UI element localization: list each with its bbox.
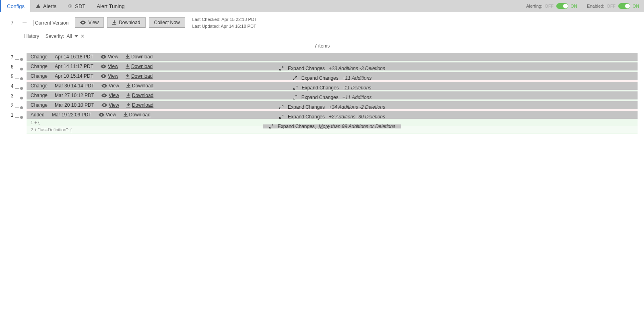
- severity-value[interactable]: All: [66, 33, 72, 39]
- eye-icon: [101, 93, 107, 97]
- version-node: [16, 111, 27, 120]
- tab-sdt[interactable]: SDT: [62, 0, 91, 12]
- eye-icon: [101, 103, 107, 107]
- tab-alerts[interactable]: Alerts: [30, 0, 62, 12]
- entry-kind: Change: [31, 64, 47, 69]
- toggle-off-label: OFF: [607, 4, 616, 8]
- version-node: [16, 101, 27, 111]
- entry-kind: Change: [31, 93, 47, 98]
- expand-stats: -11 Deletions: [343, 85, 372, 91]
- expand-label: Expand Changes: [302, 85, 339, 91]
- expand-icon: [293, 76, 297, 81]
- expand-label: Expand Changes: [288, 66, 325, 71]
- download-button[interactable]: Download: [107, 17, 145, 28]
- tab-label: Configs: [7, 3, 25, 9]
- entry-download-link[interactable]: Download: [124, 112, 151, 118]
- entry-timestamp: Mar 20 10:10 PDT: [55, 102, 94, 108]
- expand-icon: [293, 85, 298, 90]
- entry-view-link[interactable]: View: [99, 112, 116, 118]
- download-icon: [126, 74, 130, 79]
- chevron-down-icon[interactable]: [74, 35, 78, 37]
- eye-icon: [101, 74, 106, 78]
- entry-kind: Change: [31, 73, 47, 79]
- view-button[interactable]: View: [75, 17, 104, 28]
- entry-timestamp: Mar 27 10:12 PDT: [55, 93, 94, 98]
- expand-changes-button[interactable]: Expand ChangesMore than 99 Additions or …: [263, 124, 401, 128]
- expand-icon: [279, 105, 284, 110]
- eye-icon: [99, 113, 104, 117]
- version-number: 3: [8, 91, 16, 101]
- entry-view-link[interactable]: View: [101, 83, 119, 89]
- entry-view-link[interactable]: View: [101, 73, 118, 79]
- version-number: 6: [8, 62, 16, 72]
- entry-kind: Change: [31, 83, 47, 89]
- entry-view-link[interactable]: View: [101, 102, 119, 108]
- sdt-icon: [68, 4, 72, 8]
- version-node: [16, 62, 27, 72]
- alerting-toggle[interactable]: [556, 3, 568, 9]
- entry-header: ChangeApr 14 16:18 PDTViewDownload: [27, 53, 638, 61]
- entry-view-link[interactable]: View: [101, 64, 118, 69]
- version-number: 4: [8, 82, 16, 91]
- version-node: [16, 91, 27, 101]
- clear-filter-icon[interactable]: ✕: [80, 33, 85, 39]
- expand-icon: [269, 124, 274, 129]
- download-icon: [126, 103, 130, 108]
- entry-timestamp: Mar 19 22:09 PDT: [52, 112, 91, 118]
- toggle-on-label: ON: [633, 4, 640, 8]
- enabled-label: Enabled:: [587, 4, 604, 8]
- entry-download-link[interactable]: Download: [126, 54, 153, 60]
- history-list: 7ChangeApr 14 16:18 PDTViewDownload44 + …: [0, 53, 644, 120]
- button-label: View: [88, 20, 99, 25]
- enabled-toggle-group: Enabled: OFF ON: [582, 0, 644, 12]
- expand-icon: [279, 114, 284, 119]
- entry-view-link[interactable]: View: [101, 54, 118, 60]
- current-version-number: 7: [8, 20, 16, 26]
- expand-changes-button[interactable]: Expand Changes+11 Additions: [287, 76, 378, 80]
- expand-label: Expand Changes: [288, 104, 325, 110]
- entry-download-link[interactable]: Download: [126, 64, 153, 69]
- expand-stats: +11 Additions: [343, 95, 372, 100]
- version-number: 1: [8, 111, 16, 120]
- enabled-toggle[interactable]: [618, 3, 630, 9]
- expand-changes-button[interactable]: Expand Changes+2 Additions -30 Deletions: [273, 115, 391, 119]
- expand-label: Expand Changes: [301, 75, 339, 81]
- entry-download-link[interactable]: Download: [126, 102, 153, 108]
- expand-changes-button[interactable]: Expand Changes+34 Additions -2 Deletions: [273, 105, 391, 109]
- eye-icon: [101, 55, 106, 59]
- entry-view-link[interactable]: View: [101, 93, 119, 98]
- tab-alert-tuning[interactable]: Alert Tuning: [91, 0, 130, 12]
- entry-download-link[interactable]: Download: [126, 83, 153, 89]
- expand-icon: [279, 66, 284, 71]
- version-number: 5: [8, 72, 16, 82]
- alerting-toggle-group: Alerting: OFF ON: [521, 0, 582, 12]
- expand-changes-button[interactable]: Expand Changes+23 Additions -3 Deletions: [273, 66, 391, 70]
- expand-changes-button[interactable]: Expand Changes-11 Deletions: [287, 86, 377, 90]
- download-icon: [112, 20, 116, 25]
- entry-kind: Change: [31, 102, 47, 108]
- button-label: Collect Now: [154, 20, 180, 25]
- toggle-on-label: ON: [571, 4, 578, 8]
- entry-download-link[interactable]: Download: [126, 73, 153, 79]
- entry-timestamp: Apr 14 16:18 PDT: [55, 54, 93, 60]
- entry-download-link[interactable]: Download: [126, 93, 153, 98]
- collect-now-button[interactable]: Collect Now: [149, 17, 185, 28]
- download-icon: [126, 93, 130, 98]
- last-updated-label: Last Updated:: [192, 24, 220, 29]
- expand-label: Expand Changes: [278, 124, 315, 129]
- last-updated-value: Apr 14 16:18 PDT: [221, 24, 256, 29]
- expand-changes-button[interactable]: Expand Changes+11 Additions: [287, 95, 378, 99]
- current-version-label: Current Version: [33, 20, 72, 26]
- alert-icon: [36, 4, 41, 8]
- expand-stats: +23 Additions -3 Deletions: [329, 66, 385, 71]
- history-entry: 7ChangeApr 14 16:18 PDTViewDownload44 + …: [0, 53, 644, 62]
- download-icon: [124, 112, 128, 117]
- tab-label: Alert Tuning: [97, 3, 124, 9]
- expand-stats: +11 Additions: [343, 75, 372, 81]
- history-label: History: [24, 33, 39, 39]
- expand-stats: More than 99 Additions or Deletions: [319, 124, 395, 129]
- item-count-top: 7 items: [0, 39, 644, 53]
- download-icon: [126, 64, 130, 69]
- last-checked-label: Last Checked:: [192, 17, 221, 22]
- tab-configs[interactable]: Configs: [1, 0, 30, 12]
